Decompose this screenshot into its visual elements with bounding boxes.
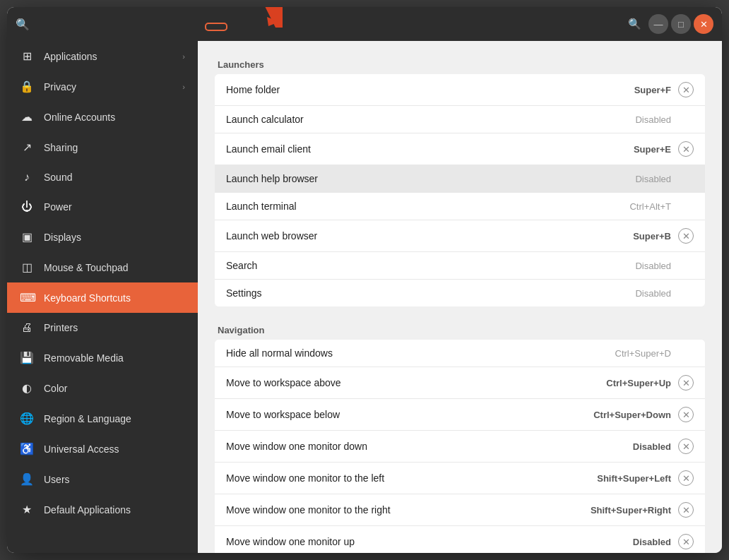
- chevron-icon-applications: ›: [182, 52, 185, 61]
- shortcut-clear-button[interactable]: ✕: [678, 439, 694, 454]
- shortcut-key: Disabled: [579, 288, 678, 299]
- shortcut-key: Super+E: [579, 144, 678, 155]
- sidebar-label-online-accounts: Online Accounts: [44, 112, 185, 123]
- sidebar-label-color: Color: [44, 383, 185, 394]
- sidebar-item-users[interactable]: 👤 Users: [7, 464, 198, 494]
- shortcut-clear-button[interactable]: ✕: [678, 407, 694, 422]
- sidebar-label-keyboard-shortcuts: Keyboard Shortcuts: [44, 292, 185, 304]
- shortcut-key: Shift+Super+Right: [579, 505, 678, 516]
- titlebar-right-search-icon[interactable]: 🔍: [628, 18, 641, 30]
- shortcut-row[interactable]: Move window one monitor down Disabled ✕: [215, 431, 705, 463]
- shortcut-key: Disabled: [579, 114, 678, 125]
- sidebar-item-privacy[interactable]: 🔒 Privacy ›: [7, 71, 198, 102]
- sidebar-icon-removable-media: 💾: [20, 351, 34, 364]
- shortcut-row[interactable]: Move window one monitor up Disabled ✕: [215, 526, 705, 553]
- shortcut-row[interactable]: Launch help browser Disabled: [215, 165, 705, 193]
- shortcut-clear-button[interactable]: ✕: [678, 534, 694, 549]
- shortcut-row[interactable]: Launch terminal Ctrl+Alt+T: [215, 193, 705, 220]
- shortcut-name: Home folder: [226, 84, 579, 95]
- shortcut-key: Disabled: [579, 537, 678, 547]
- close-button[interactable]: ✕: [694, 14, 713, 34]
- shortcut-key: Shift+Super+Left: [579, 473, 678, 484]
- sidebar-icon-mouse-touchpad: ◫: [20, 261, 34, 274]
- search-icon[interactable]: 🔍: [16, 18, 30, 31]
- sidebar-icon-printers: 🖨: [20, 321, 34, 334]
- chevron-icon-privacy: ›: [182, 83, 185, 91]
- maximize-button[interactable]: □: [671, 14, 691, 34]
- sidebar-label-displays: Displays: [44, 232, 185, 243]
- shortcut-row[interactable]: Launch calculator Disabled: [215, 106, 705, 133]
- sidebar-icon-users: 👤: [20, 472, 34, 486]
- shortcut-row[interactable]: Settings Disabled: [215, 280, 705, 306]
- shortcuts-table-navigation: Hide all normal windows Ctrl+Super+D Mov…: [215, 340, 705, 553]
- sidebar-item-printers[interactable]: 🖨 Printers: [7, 313, 198, 342]
- window-controls: 🔍 — □ ✕: [628, 14, 713, 34]
- sidebar: ⊞ Applications › 🔒 Privacy › ☁ Online Ac…: [7, 41, 198, 553]
- shortcut-clear-button[interactable]: ✕: [678, 502, 694, 518]
- sidebar-item-universal-access[interactable]: ♿ Universal Access: [7, 434, 198, 464]
- menu-button[interactable]: [194, 21, 199, 27]
- shortcut-name: Launch help browser: [226, 173, 579, 184]
- shortcut-row[interactable]: Move to workspace above Ctrl+Super+Up ✕: [215, 367, 705, 399]
- shortcut-key: Ctrl+Super+Down: [579, 410, 678, 420]
- sidebar-icon-color: ◐: [20, 381, 34, 395]
- sidebar-icon-power: ⏻: [20, 201, 34, 213]
- sidebar-item-default-applications[interactable]: ★ Default Applications: [7, 494, 198, 525]
- reset-all-button[interactable]: [205, 23, 227, 31]
- shortcut-row[interactable]: Move to workspace below Ctrl+Super+Down …: [215, 399, 705, 431]
- sidebar-icon-applications: ⊞: [20, 49, 34, 63]
- sidebar-label-sound: Sound: [44, 172, 185, 183]
- sidebar-icon-sharing: ↗: [20, 141, 34, 154]
- shortcut-name: Search: [226, 260, 579, 271]
- sidebar-item-color[interactable]: ◐ Color: [7, 373, 198, 403]
- shortcuts-table-launchers: Home folder Super+F ✕ Launch calculator …: [215, 74, 705, 306]
- shortcut-key: Ctrl+Alt+T: [579, 201, 678, 212]
- sidebar-label-region-language: Region & Language: [44, 413, 185, 424]
- minimize-button[interactable]: —: [648, 14, 668, 34]
- shortcut-row[interactable]: Launch email client Super+E ✕: [215, 133, 705, 165]
- shortcut-row[interactable]: Hide all normal windows Ctrl+Super+D: [215, 340, 705, 367]
- shortcut-key: Disabled: [579, 441, 678, 452]
- shortcut-row[interactable]: Launch web browser Super+B ✕: [215, 220, 705, 252]
- sidebar-item-applications[interactable]: ⊞ Applications ›: [7, 41, 198, 71]
- sidebar-item-keyboard-shortcuts[interactable]: ⌨ Keyboard Shortcuts: [7, 282, 198, 313]
- shortcut-name: Move window one monitor to the right: [226, 504, 579, 516]
- sidebar-icon-privacy: 🔒: [20, 80, 34, 93]
- shortcut-row[interactable]: Search Disabled: [215, 252, 705, 280]
- shortcut-row[interactable]: Move window one monitor to the left Shif…: [215, 463, 705, 494]
- sidebar-label-default-applications: Default Applications: [44, 504, 185, 516]
- sidebar-item-removable-media[interactable]: 💾 Removable Media: [7, 342, 198, 373]
- sidebar-icon-region-language: 🌐: [20, 412, 34, 425]
- shortcut-clear-button[interactable]: ✕: [678, 470, 694, 486]
- shortcut-clear-button[interactable]: ✕: [678, 141, 694, 157]
- shortcut-name: Launch calculator: [226, 114, 579, 125]
- shortcut-name: Launch email client: [226, 143, 579, 155]
- sidebar-item-region-language[interactable]: 🌐 Region & Language: [7, 403, 198, 434]
- sidebar-item-power[interactable]: ⏻ Power: [7, 192, 198, 222]
- shortcut-key: Disabled: [579, 174, 678, 184]
- shortcut-row[interactable]: Home folder Super+F ✕: [215, 74, 705, 106]
- sidebar-item-online-accounts[interactable]: ☁ Online Accounts: [7, 102, 198, 132]
- sidebar-icon-sound: ♪: [20, 171, 34, 184]
- shortcut-clear-button[interactable]: ✕: [678, 82, 694, 97]
- sidebar-item-mouse-touchpad[interactable]: ◫ Mouse & Touchpad: [7, 252, 198, 282]
- sidebar-item-displays[interactable]: ▣ Displays: [7, 222, 198, 252]
- shortcut-name: Move window one monitor down: [226, 441, 579, 452]
- shortcut-clear-button[interactable]: ✕: [678, 375, 694, 391]
- settings-window: 🔍 🔍 — □ ✕: [7, 7, 722, 553]
- sidebar-label-applications: Applications: [44, 51, 172, 62]
- sidebar-item-sound[interactable]: ♪ Sound: [7, 162, 198, 192]
- reset-btn-wrapper: [205, 17, 227, 31]
- shortcut-key: Ctrl+Super+D: [579, 348, 678, 359]
- sidebar-label-sharing: Sharing: [44, 142, 185, 153]
- shortcut-name: Settings: [226, 287, 579, 299]
- shortcut-clear-button[interactable]: ✕: [678, 228, 694, 244]
- sidebar-label-privacy: Privacy: [44, 81, 172, 93]
- shortcut-row[interactable]: Move window one monitor to the right Shi…: [215, 494, 705, 526]
- content-area: ⊞ Applications › 🔒 Privacy › ☁ Online Ac…: [7, 41, 722, 553]
- sidebar-icon-displays: ▣: [20, 230, 34, 244]
- titlebar: 🔍 🔍 — □ ✕: [7, 7, 722, 41]
- sidebar-item-sharing[interactable]: ↗ Sharing: [7, 132, 198, 162]
- shortcut-key: Super+B: [579, 231, 678, 242]
- sidebar-icon-universal-access: ♿: [20, 442, 34, 455]
